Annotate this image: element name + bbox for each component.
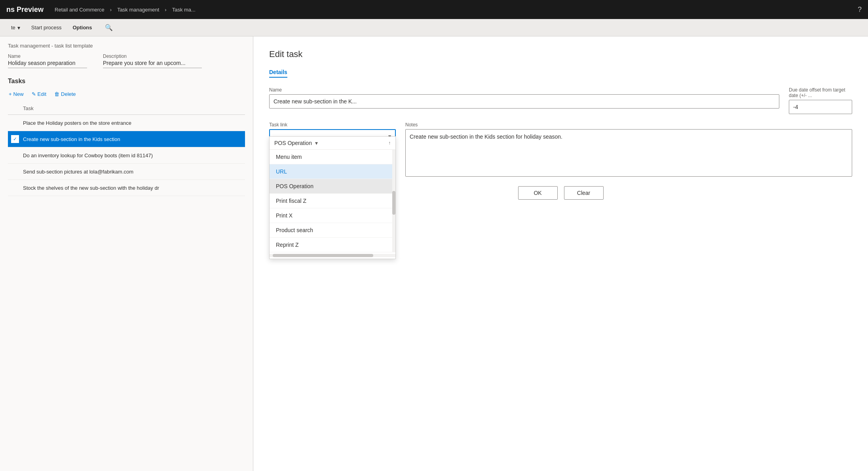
name-group: Name xyxy=(269,87,779,114)
breadcrumb-retail[interactable]: Retail and Commerce xyxy=(55,7,104,13)
search-icon: 🔍 xyxy=(105,24,113,31)
dropdown-option-print-x[interactable]: Print X xyxy=(270,208,395,223)
breadcrumb-task-ma[interactable]: Task ma... xyxy=(172,7,196,13)
task-checkbox[interactable] xyxy=(11,184,19,192)
pos-operation-selected-label: POS Operation xyxy=(274,140,312,146)
task-row[interactable]: Send sub-section pictures at lola@fabrik… xyxy=(8,164,245,180)
breadcrumb-task-mgmt[interactable]: Task management xyxy=(117,7,159,13)
left-panel: Task management - task list template Nam… xyxy=(0,36,253,471)
task-link-label: Task link xyxy=(269,122,396,128)
due-date-input[interactable] xyxy=(789,100,852,114)
notes-group: Notes Create new sub-section in the Kids… xyxy=(405,122,852,177)
task-checkbox[interactable] xyxy=(11,119,19,127)
notes-label: Notes xyxy=(405,122,852,128)
notes-textarea[interactable]: Create new sub-section in the Kids secti… xyxy=(405,129,852,177)
app-title: ns Preview xyxy=(6,6,44,14)
sort-icon: ↑ xyxy=(388,140,391,146)
chevron-down-icon-popup: ▾ xyxy=(315,140,318,146)
left-panel-header: Task management - task list template Nam… xyxy=(0,36,253,71)
due-date-group: Due date offset from target date (+/- ..… xyxy=(789,87,852,114)
tasks-section: Tasks + + New New ✎ Edit 🗑 Delete Ta xyxy=(0,71,253,471)
breadcrumb-sep-2: › xyxy=(165,7,166,13)
scrollbar-thumb xyxy=(392,191,395,215)
scrollbar-vertical[interactable] xyxy=(392,150,395,252)
tasks-title: Tasks xyxy=(8,78,245,85)
delete-button[interactable]: te ▾ xyxy=(6,22,25,33)
task-name-input[interactable] xyxy=(269,94,779,109)
task-text: Do an inventory lookup for Cowboy boots … xyxy=(23,153,242,158)
dropdown-popup: POS Operation ▾ ↑ Menu item URL POS Oper… xyxy=(269,136,396,259)
task-checkbox[interactable] xyxy=(11,151,19,159)
help-icon[interactable]: ? xyxy=(858,6,862,14)
task-text: Stock the shelves of the new sub-section… xyxy=(23,185,242,191)
plus-icon: + xyxy=(9,91,12,97)
edit-task-title: Edit task xyxy=(269,49,852,59)
ok-button[interactable]: OK xyxy=(518,186,558,200)
details-tab[interactable]: Details xyxy=(269,69,287,78)
dropdown-option-menu-item[interactable]: Menu item xyxy=(270,150,395,164)
scrollbar-horizontal[interactable] xyxy=(270,254,395,257)
description-value: Prepare you store for an upcom... xyxy=(103,60,202,68)
dropdown-option-reprint-z[interactable]: Reprint Z xyxy=(270,238,395,252)
form-row-name: Name Due date offset from target date (+… xyxy=(269,87,852,114)
edit-task-button[interactable]: ✎ Edit xyxy=(31,90,47,99)
task-text: Send sub-section pictures at lola@fabrik… xyxy=(23,169,242,175)
new-task-button[interactable]: + + New New xyxy=(8,90,25,99)
task-link-group: Task link ▾ POS Operation ▾ ↑ xyxy=(269,122,396,143)
breadcrumb-sep-1: › xyxy=(110,7,112,13)
dropdown-option-product-search[interactable]: Product search xyxy=(270,223,395,238)
header-check xyxy=(11,104,19,112)
delete-icon: 🗑 xyxy=(54,91,59,97)
search-button[interactable]: 🔍 xyxy=(102,22,116,33)
name-label: Name xyxy=(8,53,87,59)
task-list-header: Task xyxy=(8,102,245,115)
tasks-toolbar: + + New New ✎ Edit 🗑 Delete xyxy=(8,90,245,99)
scrollbar-h-thumb xyxy=(273,254,373,257)
task-row[interactable]: Do an inventory lookup for Cowboy boots … xyxy=(8,147,245,164)
description-col: Description Prepare you store for an upc… xyxy=(103,53,202,68)
task-text: Place the Holiday posters on the store e… xyxy=(23,120,242,126)
right-panel: Edit task Details Name Due date offset f… xyxy=(253,36,868,471)
task-list: Place the Holiday posters on the store e… xyxy=(8,115,245,196)
toolbar: te ▾ Start process Options 🔍 xyxy=(0,19,868,36)
dropdown-option-print-fiscal-z[interactable]: Print fiscal Z xyxy=(270,194,395,208)
name-value: Holiday season preparation xyxy=(8,60,87,68)
task-name-label: Name xyxy=(269,87,779,93)
start-process-button[interactable]: Start process xyxy=(27,22,66,33)
task-text: Create new sub-section in the Kids secti… xyxy=(23,136,242,142)
options-button[interactable]: Options xyxy=(68,22,97,33)
task-row[interactable]: Place the Holiday posters on the store e… xyxy=(8,115,245,131)
dropdown-selected-display: POS Operation ▾ xyxy=(274,140,318,146)
due-date-label: Due date offset from target date (+/- ..… xyxy=(789,87,852,98)
clear-button[interactable]: Clear xyxy=(564,186,604,200)
task-row[interactable]: ✓Create new sub-section in the Kids sect… xyxy=(8,131,245,147)
delete-task-button[interactable]: 🗑 Delete xyxy=(53,90,77,99)
page-subtitle: Task management - task list template xyxy=(8,43,245,49)
main-layout: Task management - task list template Nam… xyxy=(0,36,868,471)
dropdown-option-pos-operation[interactable]: POS Operation xyxy=(270,179,395,194)
task-checkbox[interactable]: ✓ xyxy=(11,135,19,143)
task-row[interactable]: Stock the shelves of the new sub-section… xyxy=(8,180,245,196)
edit-icon: ✎ xyxy=(32,91,36,97)
task-checkbox[interactable] xyxy=(11,168,19,175)
dropdown-popup-header: POS Operation ▾ ↑ xyxy=(270,137,395,150)
top-navigation: ns Preview Retail and Commerce › Task ma… xyxy=(0,0,868,19)
form-row-task-link: Task link ▾ POS Operation ▾ ↑ xyxy=(269,122,852,177)
dropdown-option-url[interactable]: URL xyxy=(270,164,395,179)
task-col-header: Task xyxy=(23,105,34,111)
description-label: Description xyxy=(103,53,202,59)
name-col: Name Holiday season preparation xyxy=(8,53,87,68)
meta-row: Name Holiday season preparation Descript… xyxy=(8,53,245,68)
dropdown-arrow-icon: ▾ xyxy=(17,25,20,31)
